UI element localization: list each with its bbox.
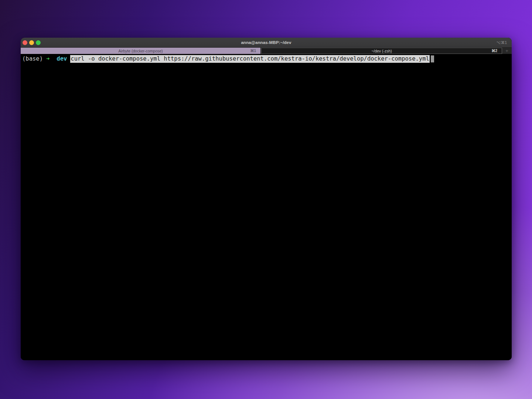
zoom-button[interactable] [36,40,41,45]
close-button[interactable] [23,40,27,45]
tab-label: ~/dev (-zsh) [371,49,392,53]
terminal-content[interactable]: (base) ➜ dev curl -o docker-compose.yml … [21,54,512,360]
traffic-lights [23,38,41,47]
terminal-window: anna@annas-MBP:~/dev ⌥⌘1 Airbyte (docker… [21,38,512,360]
desktop-background: anna@annas-MBP:~/dev ⌥⌘1 Airbyte (docker… [0,0,532,399]
tab-shortcut-badge: ⌘1 [250,48,256,54]
prompt-arrow-icon: ➜ [46,55,50,63]
tab-dev-zsh[interactable]: ~/dev (-zsh) ⌘2 [261,48,502,54]
prompt-line: (base) ➜ dev curl -o docker-compose.yml … [22,55,510,63]
tab-shortcut-badge: ⌘2 [491,48,497,54]
window-shortcut-hint: ⌥⌘1 [497,38,507,47]
prompt-cwd: dev [57,55,67,63]
tab-airbyte-docker-compose[interactable]: Airbyte (docker-compose) ⌘1 [21,48,261,54]
window-title: anna@annas-MBP:~/dev [21,40,512,45]
tab-bar: Airbyte (docker-compose) ⌘1 ~/dev (-zsh)… [21,47,512,54]
tab-label: Airbyte (docker-compose) [118,49,163,53]
minimize-button[interactable] [29,40,34,45]
window-titlebar[interactable]: anna@annas-MBP:~/dev ⌥⌘1 [21,38,512,47]
terminal-cursor [431,55,434,62]
new-tab-button[interactable]: + [502,48,512,54]
command-text-selected: curl -o docker-compose.yml https://raw.g… [70,55,430,63]
conda-env-label: (base) [22,55,43,63]
